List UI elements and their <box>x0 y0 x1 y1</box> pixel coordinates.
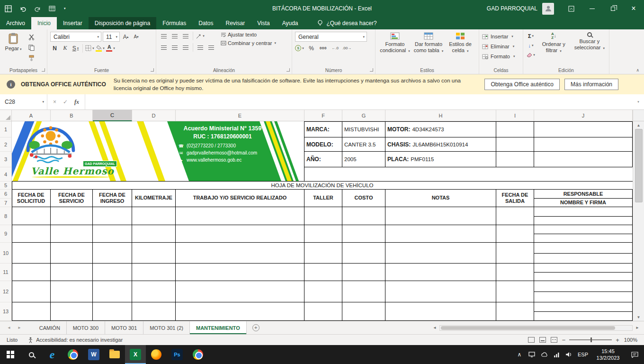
fill-color-button[interactable]: ▾ <box>96 44 105 53</box>
tell-me-search[interactable]: ¿Qué desea hacer? <box>317 17 376 29</box>
format-as-table-button[interactable]: Dar formato como tabla ▾ <box>411 32 446 54</box>
fill-icon[interactable]: ↓▾ <box>526 41 536 50</box>
cell[interactable] <box>176 243 304 263</box>
chasis-cell[interactable]: CHASIS:JL6AMB6H15K010914 <box>385 137 496 151</box>
row-header[interactable]: 4 <box>0 167 12 182</box>
cell[interactable] <box>304 225 342 242</box>
tab-revisar[interactable]: Revisar <box>220 17 251 29</box>
formula-input[interactable] <box>85 94 632 109</box>
sheet-tab-moto-301-2[interactable]: MOTO 301 (2) <box>143 321 190 334</box>
sheet-tab-camion[interactable]: CAMIÓN <box>33 321 67 334</box>
cell[interactable] <box>176 281 304 302</box>
cell[interactable] <box>12 225 51 242</box>
cell[interactable] <box>12 264 51 281</box>
collapse-ribbon-icon[interactable]: ∧ <box>636 68 639 73</box>
restore-button[interactable] <box>602 0 623 17</box>
column-header-d[interactable]: D <box>132 110 176 121</box>
sheet-title[interactable]: HOJA DE MOVILIZACIÓN DE VEHÍCULO <box>12 182 633 190</box>
cell-styles-button[interactable]: Estilos de celda ▾ <box>446 32 475 54</box>
accounting-format-icon[interactable]: $▾ <box>295 44 304 53</box>
cell[interactable] <box>176 264 304 281</box>
clear-icon[interactable]: ▾ <box>526 51 536 59</box>
new-sheet-button[interactable]: + <box>252 324 259 331</box>
sheet-nav-right-icon[interactable]: ► <box>14 321 25 334</box>
get-office-button[interactable]: Obtenga Office auténtico <box>484 79 560 90</box>
taskbar-excel-icon[interactable]: X <box>125 345 146 364</box>
taskbar-chrome2-icon[interactable] <box>188 345 208 364</box>
cell[interactable] <box>12 302 51 320</box>
page-break-view-icon[interactable] <box>551 337 557 343</box>
underline-button[interactable]: S▾ <box>71 44 80 53</box>
row-header[interactable]: 13 <box>0 302 12 321</box>
enter-icon[interactable]: ✓ <box>63 99 68 105</box>
cell[interactable] <box>12 243 51 263</box>
increase-decimal-icon[interactable]: ←.0 <box>331 44 340 53</box>
tab-archivo[interactable]: Archivo <box>0 17 31 29</box>
cell[interactable] <box>93 207 132 225</box>
increase-indent-icon[interactable] <box>206 43 216 52</box>
column-header-j[interactable]: J <box>534 110 633 121</box>
scroll-up-icon[interactable]: ▲ <box>633 121 644 129</box>
cell[interactable] <box>385 281 496 302</box>
qat-customize-icon[interactable]: ▾ <box>64 7 66 10</box>
delete-cells-button[interactable]: Eliminar▾ <box>482 42 521 51</box>
marca-value[interactable]: MISTUBVISHI <box>342 121 385 137</box>
cell[interactable] <box>132 264 176 281</box>
cell[interactable] <box>385 225 496 242</box>
autosum-icon[interactable]: Σ▾ <box>526 32 536 40</box>
sheet-tab-moto-300[interactable]: MOTO 300 <box>67 321 105 334</box>
cell[interactable] <box>132 207 176 225</box>
ribbon-display-options-icon[interactable] <box>561 0 581 17</box>
scroll-left-icon[interactable]: ◄ <box>431 321 438 334</box>
onedrive-icon[interactable] <box>538 345 550 364</box>
accessibility-status[interactable]: Accesibilidad: es necesario investigar <box>28 337 123 343</box>
name-box[interactable]: C28▾ <box>0 94 47 109</box>
tab-insertar[interactable]: Insertar <box>57 17 89 29</box>
alignment-dialog-launcher-icon[interactable] <box>286 68 290 72</box>
decrease-font-icon[interactable]: A▾ <box>132 32 141 41</box>
cell[interactable] <box>534 152 633 167</box>
cell[interactable] <box>534 281 633 302</box>
select-all-corner[interactable] <box>0 110 12 121</box>
taskbar-explorer-icon[interactable] <box>104 345 125 364</box>
header-costo[interactable]: COSTO <box>342 190 385 207</box>
cell[interactable] <box>534 121 633 137</box>
taskbar-word-icon[interactable]: W <box>83 345 104 364</box>
cell[interactable] <box>51 207 93 225</box>
row-header[interactable]: 9 <box>0 225 12 243</box>
cell[interactable] <box>93 281 132 302</box>
hidden-icons-chevron[interactable]: ∧ <box>513 345 526 364</box>
cell[interactable] <box>496 243 534 263</box>
cell[interactable] <box>51 225 93 242</box>
scroll-down-icon[interactable]: ▼ <box>633 313 644 321</box>
row-header[interactable]: 1 <box>0 121 12 137</box>
modelo-label[interactable]: MODELO: <box>304 137 342 151</box>
page-layout-view-icon[interactable] <box>539 337 546 343</box>
clock[interactable]: 15:45 13/2/2023 <box>591 345 625 364</box>
cell[interactable] <box>304 281 342 302</box>
taskbar-chrome-icon[interactable] <box>63 345 83 364</box>
account-avatar[interactable] <box>542 3 554 15</box>
taskbar-search-icon[interactable] <box>21 345 42 364</box>
tab-ayuda[interactable]: Ayuda <box>276 17 304 29</box>
number-format-select[interactable]: General▾ <box>295 32 367 42</box>
cell[interactable] <box>304 207 342 225</box>
zoom-in-icon[interactable]: + <box>616 337 619 344</box>
header-fecha-solicitud[interactable]: FECHA DE SOLICITUD <box>12 190 51 207</box>
motor-cell[interactable]: MOTOR:4D34K24573 <box>385 121 496 137</box>
cell[interactable] <box>534 225 633 242</box>
scrollbar-thumb[interactable] <box>635 129 643 202</box>
font-name-select[interactable]: Calibri▾ <box>50 32 101 42</box>
cell[interactable] <box>93 225 132 242</box>
align-middle-icon[interactable] <box>170 32 179 40</box>
tab-formulas[interactable]: Fórmulas <box>156 17 192 29</box>
header-responsable[interactable]: RESPONSABLE NOMBRE Y FIRMA <box>534 190 633 207</box>
cell[interactable] <box>93 264 132 281</box>
tab-inicio[interactable]: Inicio <box>31 17 57 29</box>
cell[interactable] <box>534 207 633 225</box>
redo-icon[interactable] <box>34 6 41 12</box>
zoom-slider[interactable] <box>590 337 592 342</box>
tab-disposicion[interactable]: Disposición de página <box>89 17 156 29</box>
cell[interactable] <box>496 152 534 167</box>
cell[interactable] <box>496 281 534 302</box>
